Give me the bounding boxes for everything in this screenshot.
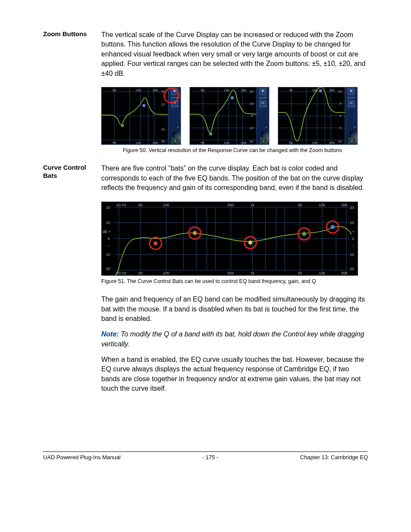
svg-text:20k: 20k [241,141,247,144]
svg-text:20k: 20k [153,141,159,144]
svg-point-89 [193,231,197,235]
svg-text:20k: 20k [241,88,247,92]
zoom-panel-20db: 5k10k20k 5k10k20k 20 10 0 10 20 ZOOM +−H [190,87,269,145]
svg-point-19 [142,104,146,107]
svg-text:0: 0 [339,114,342,118]
svg-text:40: 40 [161,140,165,143]
svg-text:5k: 5k [201,141,205,144]
svg-text:dB +: dB + [103,230,111,234]
svg-point-91 [248,240,252,245]
svg-text:10: 10 [106,221,110,225]
svg-text:20k: 20k [341,203,348,207]
svg-text:10: 10 [350,252,354,257]
svg-text:10k: 10k [312,141,318,144]
figure-50-caption: Figure 50. Vertical resolution of the Re… [97,147,368,155]
para-zoom: The vertical scale of the Curve Display … [101,30,368,78]
para-bats-3: When a band is enabled, the EQ curve usu… [101,355,368,394]
svg-text:1k: 1k [250,271,255,275]
svg-text:20k: 20k [329,141,335,144]
svg-point-18 [121,124,124,127]
footer-divider [43,451,368,452]
svg-text:0: 0 [352,236,354,241]
note-label: Note: [101,330,119,338]
svg-text:10: 10 [350,221,354,225]
footer-chapter: Chapter 13: Cambridge EQ [300,454,368,461]
svg-text:1k: 1k [250,203,255,207]
para-bats-2: The gain and frequency of an EQ band can… [101,295,368,324]
svg-text:50: 50 [138,271,143,275]
svg-text:20k: 20k [153,88,159,92]
svg-text:20: 20 [161,128,165,131]
svg-text:20: 20 [106,205,110,210]
scale-minus-icon: − [177,115,179,119]
svg-point-42 [230,96,234,100]
svg-text:5k: 5k [298,271,302,275]
svg-text:500: 500 [227,271,234,275]
svg-text:10: 10 [338,90,342,93]
svg-text:20k: 20k [329,88,335,92]
svg-text:5k: 5k [298,203,302,207]
svg-text:5k: 5k [289,141,293,144]
figure-50: 5k 10k 20k 5k 10k 20k 40 20 20 40 ZOO [101,87,368,155]
para-bats-1: There are five control “bats” on the cur… [101,164,368,193]
svg-text:5: 5 [339,102,342,106]
svg-text:10k: 10k [135,141,141,144]
scale-plus-icon: + [177,105,179,109]
svg-text:20: 20 [249,90,253,93]
svg-text:10: 10 [249,102,253,106]
svg-text:100: 100 [163,203,169,207]
footer-manual-title: UAD Powered Plug-Ins Manual [43,454,121,461]
svg-text:20: 20 [106,267,110,271]
svg-text:5k: 5k [112,141,116,144]
svg-text:+: + [352,230,355,234]
svg-text:5k: 5k [112,88,116,92]
svg-text:10: 10 [106,252,110,257]
zoom-panel-10db: 5k10k20k 5k10k20k 10 5 0 5 10 ZOOM +−H 2 [278,87,358,145]
svg-point-87 [153,241,158,246]
zoom-label: ZOOM [168,96,181,100]
svg-text:10k: 10k [135,88,141,92]
footer-page-number: - 175 - [202,454,218,461]
svg-point-95 [330,225,335,229]
svg-text:10k: 10k [224,88,230,92]
svg-text:40: 40 [161,90,165,93]
svg-point-41 [209,132,212,136]
scale-h-label: H [177,125,179,130]
zoom-panel-40db: 5k 10k 20k 5k 10k 20k 40 20 20 40 ZOO [101,87,181,145]
svg-text:10k: 10k [319,271,325,275]
svg-text:20: 20 [350,267,354,271]
svg-text:50: 50 [138,203,143,207]
bat-band-3[interactable] [244,236,256,249]
svg-point-64 [319,89,322,93]
svg-text:100: 100 [163,271,169,275]
zoom-in-button[interactable] [348,88,355,95]
svg-text:5k: 5k [289,88,293,92]
svg-text:5: 5 [339,126,342,130]
svg-text:0: 0 [251,114,253,118]
svg-text:10: 10 [338,140,342,143]
svg-text:−: − [352,244,355,248]
svg-text:500: 500 [227,203,234,207]
svg-text:10k: 10k [224,141,230,144]
note-body: To modify the Q of a band with its bat, … [101,330,364,347]
heading-zoom-buttons: Zoom Buttons [43,30,101,38]
bat-band-1[interactable] [149,237,162,249]
zoom-in-button[interactable] [259,88,266,95]
svg-text:20: 20 [249,140,253,143]
figure-51: 20 10 dB + 0 − 10 20 2010+0−1020 20 Hz 5… [101,202,368,286]
svg-text:0: 0 [108,236,110,241]
heading-curve-control-bats: Curve Control Bats [43,164,101,180]
figure-51-caption: Figure 51. The Curve Control Bats can be… [101,278,368,286]
svg-text:20k: 20k [341,271,348,275]
svg-text:10k: 10k [319,203,325,207]
svg-text:5k: 5k [201,88,205,92]
note-q-modifier: Note: To modify the Q of a band with its… [101,330,368,349]
svg-point-93 [302,232,306,236]
zoom-sidebar: ZOOM + − H 2 [168,87,181,144]
svg-text:−: − [108,244,110,248]
svg-text:10: 10 [249,126,253,130]
svg-text:20 Hz: 20 Hz [116,271,127,275]
preset-indicator: 2 [172,138,179,143]
zoom-in-button[interactable] [171,88,178,95]
svg-text:20 Hz: 20 Hz [116,203,127,207]
